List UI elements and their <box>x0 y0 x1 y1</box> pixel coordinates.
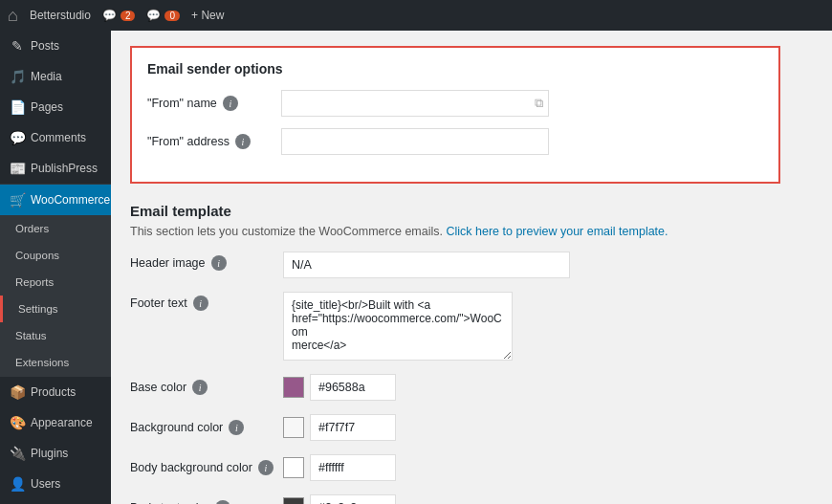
sidebar-item-publishpress[interactable]: 📰 PublishPress <box>0 153 111 184</box>
from-address-help-icon[interactable]: i <box>235 134 251 149</box>
from-address-input[interactable] <box>281 128 549 155</box>
sidebar-item-comments[interactable]: 💬 Comments <box>0 122 111 153</box>
woocommerce-submenu: Orders Coupons Reports Settings Status E… <box>0 215 111 376</box>
body-text-color-input[interactable] <box>310 494 396 504</box>
comments-icon: 💬 <box>10 130 25 145</box>
sidebar-item-reports[interactable]: Reports <box>0 269 111 296</box>
footer-text-help-icon[interactable]: i <box>193 296 208 311</box>
body-background-color-input[interactable] <box>310 454 396 481</box>
footer-text-row: Footer text i {site_title}<br/>Built wit… <box>130 292 780 361</box>
sidebar-item-settings[interactable]: Settings <box>0 296 111 322</box>
from-name-input-wrap: ⧉ <box>281 90 549 117</box>
body-text-color-swatch[interactable] <box>283 497 304 504</box>
background-color-label: Background color i <box>130 420 283 435</box>
wp-logo-icon[interactable]: ⌂ <box>8 6 18 26</box>
from-address-row: "From" address i <box>147 128 763 155</box>
bubbles-count[interactable]: 💬 0 <box>146 9 180 22</box>
background-color-input[interactable] <box>310 414 396 441</box>
admin-bar: ⌂ Betterstudio 💬 2 💬 0 + New <box>0 0 832 31</box>
base-color-label: Base color i <box>130 380 283 395</box>
from-address-label: "From" address i <box>147 134 281 149</box>
header-image-help-icon[interactable]: i <box>211 255 227 271</box>
body-background-color-help-icon[interactable]: i <box>258 460 274 475</box>
footer-text-textarea[interactable]: {site_title}<br/>Built with <a href="htt… <box>283 292 513 361</box>
body-background-color-row: Body background color i <box>130 454 780 481</box>
footer-text-label: Footer text i <box>130 292 283 311</box>
from-name-input[interactable] <box>281 90 549 117</box>
sidebar-item-woocommerce[interactable]: 🛒 WooCommerce <box>0 185 111 215</box>
header-image-row: Header image i <box>130 252 780 278</box>
comments-count[interactable]: 💬 2 <box>102 9 136 22</box>
body-text-color-help-icon[interactable]: i <box>215 500 230 504</box>
sidebar-item-media[interactable]: 🎵 Media <box>0 61 111 92</box>
sidebar-item-extensions[interactable]: Extensions <box>0 349 111 376</box>
sidebar-item-coupons[interactable]: Coupons <box>0 242 111 269</box>
base-color-input[interactable] <box>310 374 396 401</box>
background-color-swatch[interactable] <box>283 417 304 438</box>
base-color-help-icon[interactable]: i <box>192 380 208 395</box>
background-color-row: Background color i <box>130 414 780 441</box>
pages-icon: 📄 <box>10 99 25 115</box>
products-icon: 📦 <box>10 384 25 400</box>
sidebar-item-appearance[interactable]: 🎨 Appearance <box>0 407 111 438</box>
background-color-help-icon[interactable]: i <box>229 420 244 435</box>
base-color-row: Base color i <box>130 374 780 401</box>
header-image-input[interactable] <box>283 252 570 278</box>
sidebar-item-orders[interactable]: Orders <box>0 215 111 242</box>
body-background-color-swatch[interactable] <box>283 457 304 478</box>
posts-icon: ✎ <box>10 38 25 54</box>
sidebar-item-plugins[interactable]: 🔌 Plugins <box>0 438 111 469</box>
header-image-label: Header image i <box>130 252 283 271</box>
sidebar-item-users[interactable]: 👤 Users <box>0 469 111 499</box>
sidebar-item-products[interactable]: 📦 Products <box>0 377 111 407</box>
sidebar-item-status[interactable]: Status <box>0 322 111 349</box>
preview-template-link[interactable]: Click here to preview your email templat… <box>446 225 668 238</box>
plugins-icon: 🔌 <box>10 446 25 461</box>
from-name-help-icon[interactable]: i <box>223 96 238 111</box>
body-text-color-label: Body text color i <box>130 500 283 504</box>
copy-icon: ⧉ <box>535 96 543 111</box>
sender-options-title: Email sender options <box>147 61 763 77</box>
email-template-desc: This section lets you customize the WooC… <box>130 225 780 238</box>
sidebar: ✎ Posts 🎵 Media 📄 Pages 💬 Comments 📰 Pub… <box>0 31 111 504</box>
users-icon: 👤 <box>10 476 25 492</box>
sidebar-item-pages[interactable]: 📄 Pages <box>0 92 111 122</box>
publishpress-icon: 📰 <box>10 161 25 176</box>
sidebar-item-tools[interactable]: 🔧 Tools <box>0 499 111 504</box>
appearance-icon: 🎨 <box>10 415 25 430</box>
woocommerce-icon: 🛒 <box>10 192 25 208</box>
body-text-color-row: Body text color i <box>130 494 780 504</box>
email-sender-options-box: Email sender options "From" name i ⧉ "Fr… <box>130 46 780 184</box>
new-button[interactable]: + New <box>191 9 224 22</box>
email-template-title: Email template <box>130 203 780 219</box>
base-color-swatch[interactable] <box>283 377 304 398</box>
body-background-color-label: Body background color i <box>130 460 283 475</box>
from-name-label: "From" name i <box>147 96 281 111</box>
content-area: Email sender options "From" name i ⧉ "Fr… <box>111 31 832 504</box>
media-icon: 🎵 <box>10 69 25 84</box>
from-name-row: "From" name i ⧉ <box>147 90 763 117</box>
sidebar-item-posts[interactable]: ✎ Posts <box>0 31 111 61</box>
site-name[interactable]: Betterstudio <box>30 9 91 22</box>
